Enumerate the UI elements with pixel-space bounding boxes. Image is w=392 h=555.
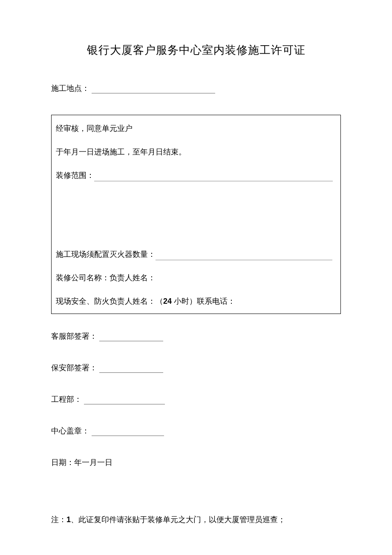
location-field: 施工地点： <box>51 83 341 93</box>
zhongxin-signature: 中心盖章： <box>51 426 341 436</box>
safety-label-post: 小时）联系电话： <box>172 297 235 305</box>
scope-label: 装修范围： <box>56 171 94 180</box>
note-text: 、此证复印件请张贴于装修单元之大门，以便大厦管理员巡查； <box>71 515 285 524</box>
kefu-signature: 客服部签署： <box>51 331 341 341</box>
approval-line2: 于年月一日进场施工，至年月日结束。 <box>56 146 336 158</box>
approval-line1: 经审核，同意单元业户 <box>56 123 336 134</box>
note-line: 注：1、此证复印件请张贴于装修单元之大门，以便大厦管理员巡查； <box>51 514 341 525</box>
date-line: 日期：年一月一日 <box>51 457 341 468</box>
page-title: 银行大厦客户服务中心室内装修施工许可证 <box>51 43 341 58</box>
company-line: 装修公司名称：负责人姓名： <box>56 272 336 284</box>
extinguisher-line: 施工现场须配置灭火器数量： <box>56 249 336 260</box>
kefu-label: 客服部签署： <box>51 332 97 340</box>
scope-line: 装修范围： <box>56 170 336 181</box>
scope-blank <box>94 174 333 181</box>
gongcheng-signature: 工程部： <box>51 394 341 404</box>
zhongxin-label: 中心盖章： <box>51 427 89 435</box>
gongcheng-label: 工程部： <box>51 395 82 404</box>
safety-label-pre: 现场安全、防火负责人姓名：（ <box>56 297 163 305</box>
safety-hours: 24 <box>163 297 172 305</box>
box-gap <box>56 193 336 249</box>
location-label: 施工地点： <box>51 84 89 93</box>
gongcheng-blank <box>84 397 165 404</box>
extinguisher-blank <box>156 253 332 260</box>
approval-box: 经审核，同意单元业户 于年月一日进场施工，至年月日结束。 装修范围： 施工现场须… <box>51 115 341 314</box>
baoan-signature: 保安部签署： <box>51 363 341 373</box>
baoan-blank <box>99 365 163 373</box>
note-num: 1 <box>66 515 71 524</box>
safety-line: 现场安全、防火负责人姓名：（24 小时）联系电话： <box>56 296 336 307</box>
extinguisher-label: 施工现场须配置灭火器数量： <box>56 250 156 259</box>
kefu-blank <box>99 334 163 341</box>
note-prefix: 注： <box>51 515 66 524</box>
baoan-label: 保安部签署： <box>51 363 97 372</box>
zhongxin-blank <box>92 428 164 436</box>
location-blank <box>92 86 215 93</box>
